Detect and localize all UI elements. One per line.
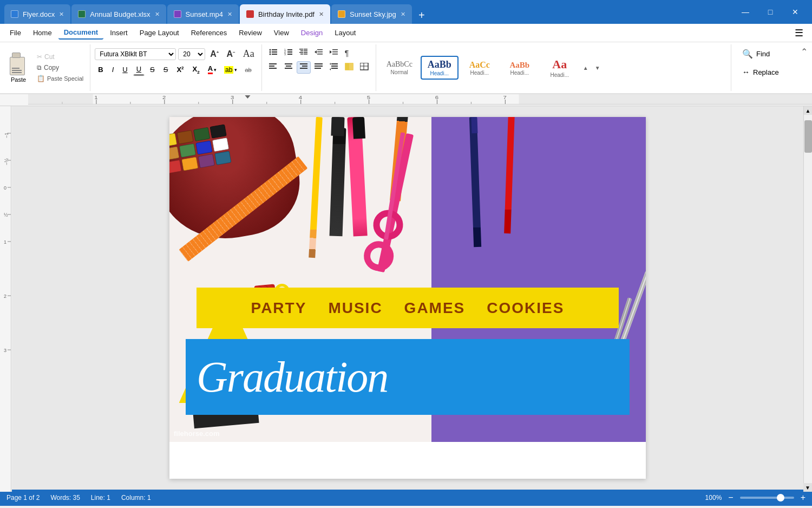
tab-budget-close[interactable]: ✕ [155, 11, 160, 18]
menu-more[interactable]: ☰ [790, 25, 808, 41]
replace-button[interactable]: ↔ Replace [738, 66, 790, 79]
column-info: Column: 1 [121, 494, 151, 502]
menu-layout[interactable]: Layout [329, 27, 361, 39]
scroll-thumb[interactable] [804, 120, 812, 153]
tab-flyer[interactable]: Flyer.docx ✕ [4, 4, 70, 24]
borders-button[interactable] [357, 61, 371, 74]
menu-insert[interactable]: Insert [104, 27, 133, 39]
scroll-up-button[interactable]: ▲ [804, 106, 813, 115]
align-center-button[interactable] [281, 61, 296, 74]
svg-text:6: 6 [435, 95, 439, 100]
chevron-up-icon: ▲ [583, 65, 588, 71]
menu-file[interactable]: File [4, 27, 27, 39]
outline-list-button[interactable] [297, 47, 311, 59]
svg-rect-30 [269, 68, 277, 69]
style-normal[interactable]: AaBbCc Normal [381, 57, 418, 79]
menu-pagelayout[interactable]: Page Layout [134, 27, 185, 39]
font-size-select[interactable]: 20 [178, 48, 205, 60]
underline2-button[interactable]: U [133, 63, 145, 76]
svg-rect-73 [28, 94, 93, 104]
bullet-list-button[interactable] [266, 47, 280, 59]
tab-sky[interactable]: Sunset Sky.jpg ✕ [331, 4, 412, 24]
font-row-1: Futura XBlklt BT 20 A+ A− Aa [95, 47, 257, 61]
pink-marker-cap [352, 117, 365, 139]
font-color-dropdown[interactable]: ▾ [214, 67, 217, 73]
style-heading1[interactable]: AaBb Headi... [421, 56, 459, 80]
highlight-dropdown[interactable]: ▾ [234, 67, 237, 73]
font-dialog-button[interactable]: Aa [240, 47, 257, 61]
grow-font-button[interactable]: A+ [207, 48, 221, 61]
align-left-button[interactable] [266, 61, 280, 74]
italic-button[interactable]: I [109, 64, 117, 75]
highlight-color-button[interactable]: ab ▾ [221, 64, 240, 75]
zoom-minus-button[interactable]: − [728, 493, 733, 503]
subscript-button[interactable]: X2 [189, 63, 203, 76]
pilcrow-button[interactable]: ¶ [342, 47, 352, 59]
svg-text:3.: 3. [284, 53, 286, 56]
svg-text:4: 4 [299, 95, 303, 100]
menu-bar: File Home Document Insert Page Layout Re… [0, 24, 812, 42]
scroll-down-button[interactable]: ▼ [803, 483, 812, 492]
tab-flyer-close[interactable]: ✕ [59, 11, 64, 18]
zoom-plus-button[interactable]: + [801, 493, 806, 503]
menu-home[interactable]: Home [28, 27, 57, 39]
ribbon-collapse-button[interactable]: ⌃ [796, 44, 812, 91]
line-spacing-button[interactable] [327, 61, 341, 74]
find-button[interactable]: 🔍 Find [738, 47, 790, 61]
styles-scroll-up[interactable]: ▲ [581, 65, 591, 71]
superscript-button[interactable]: X2 [173, 64, 187, 75]
maximize-button[interactable]: □ [758, 0, 783, 24]
align-right-button[interactable] [297, 61, 311, 74]
menu-design[interactable]: Design [296, 27, 328, 39]
style-heading2[interactable]: AaCc Headi... [461, 56, 499, 79]
document-area[interactable]: PARTY MUSIC GAMES COOKIES Graduation fil… [12, 106, 803, 490]
increase-indent-button[interactable] [327, 47, 341, 59]
tab-sky-close[interactable]: ✕ [401, 11, 405, 18]
close-button[interactable]: ✕ [783, 0, 808, 24]
menu-view[interactable]: View [269, 27, 294, 39]
font-color-button[interactable]: A ▾ [205, 63, 219, 76]
styles-scroll-down[interactable]: ▼ [593, 65, 603, 71]
zoom-slider[interactable] [740, 497, 794, 499]
bold-button[interactable]: B [95, 64, 106, 75]
minimize-button[interactable]: — [733, 0, 758, 24]
numbered-list-button[interactable]: 1.2.3. [281, 47, 296, 59]
copy-button[interactable]: ⧉ Copy [35, 63, 86, 73]
tab-sky-label: Sunset Sky.jpg [350, 10, 396, 18]
align-justify-button[interactable] [312, 61, 326, 74]
new-tab-button[interactable]: + [413, 6, 430, 24]
tab-birthday[interactable]: Birthday Invite.pdf ✕ [240, 4, 330, 24]
scissors-icon: ✂ [37, 53, 42, 61]
cut-button[interactable]: ✂ Cut [35, 52, 86, 62]
font-name-select[interactable]: Futura XBlklt BT [95, 48, 176, 60]
strikethrough-button[interactable]: S [147, 64, 158, 75]
svg-rect-51 [28, 104, 812, 105]
svg-rect-7 [287, 49, 292, 50]
style-heading3-label: Headi... [510, 70, 529, 76]
vertical-scrollbar[interactable]: ▲ ▼ [803, 106, 812, 490]
svg-rect-34 [300, 63, 307, 64]
menu-document[interactable]: Document [58, 26, 104, 40]
clear-format-button[interactable]: ab [242, 65, 254, 75]
svg-rect-41 [331, 66, 338, 67]
tab-sunset[interactable]: Sunset.mp4 ✕ [167, 4, 239, 24]
decrease-indent-button[interactable] [312, 47, 326, 59]
tab-sunset-close[interactable]: ✕ [227, 11, 232, 18]
strikethrough2-button[interactable]: S [160, 64, 172, 75]
svg-point-0 [269, 49, 271, 51]
menu-references[interactable]: References [186, 27, 232, 39]
tab-birthday-close[interactable]: ✕ [319, 11, 324, 18]
menu-review[interactable]: Review [233, 27, 267, 39]
style-heading4[interactable]: Aa Headi... [541, 54, 579, 81]
style-heading3[interactable]: AaBb Headi... [501, 57, 539, 79]
zoom-thumb[interactable] [777, 494, 784, 502]
tab-budget[interactable]: Annual Budget.xlsx ✕ [71, 4, 166, 24]
shrink-font-button[interactable]: A− [224, 48, 238, 61]
shading-button[interactable] [342, 61, 356, 74]
svg-text:5: 5 [367, 95, 371, 100]
paste-button[interactable]: Paste [4, 50, 32, 85]
paste-label: Paste [11, 76, 26, 83]
paste-special-button[interactable]: 📋 Paste Special [35, 74, 86, 83]
svg-rect-31 [285, 63, 292, 64]
underline-button[interactable]: U [119, 64, 130, 75]
